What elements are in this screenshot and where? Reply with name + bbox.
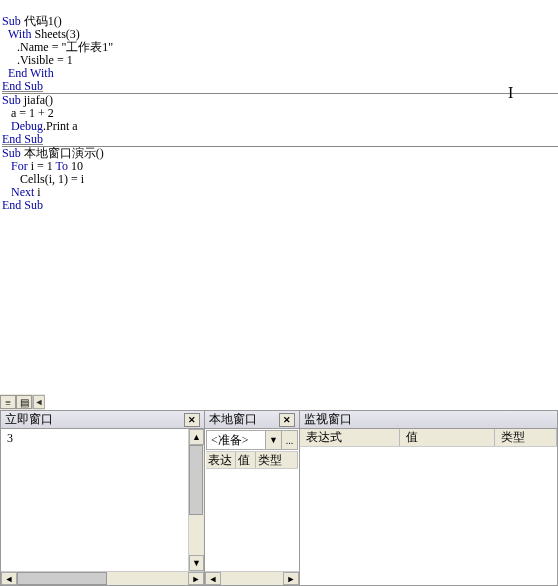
chevron-down-icon[interactable]: ▼ [265,431,281,449]
scroll-up-button[interactable]: ▲ [189,429,204,445]
horizontal-scrollbar[interactable]: ◄ ► [205,571,299,585]
close-button[interactable]: ✕ [279,413,295,427]
scroll-thumb[interactable] [189,445,203,515]
keyword: End Sub [2,132,43,146]
code-text: Sheets(3) [35,27,80,41]
code-nav-bar: ≡ ▤ ◄ [0,394,45,410]
code-text: .Name = "工作表1" [2,40,113,54]
immediate-window-title-bar[interactable]: 立即窗口 ✕ [1,411,204,429]
locals-window-title: 本地窗口 [209,411,257,428]
keyword: With [2,27,35,41]
locals-header-expr[interactable]: 表达 [206,452,236,468]
code-text: i = 1 [31,159,56,173]
locals-header-type[interactable]: 类型 [256,452,298,468]
keyword: Next [2,185,37,199]
code-text: .Visible = 1 [2,53,73,67]
scroll-track[interactable] [221,572,283,585]
scroll-left-button[interactable]: ◄ [1,572,17,585]
scroll-track[interactable] [107,572,188,585]
hscroll-left-button[interactable]: ◄ [33,395,45,409]
code-text: jiafa() [24,93,53,107]
context-combo[interactable]: <准备> ▼ ... [206,430,298,450]
close-icon: ✕ [283,415,291,425]
scroll-thumb[interactable] [17,572,107,585]
keyword: End Sub [2,198,43,212]
watch-window-title-bar[interactable]: 监视窗口 [300,411,557,429]
keyword: Sub [2,146,24,160]
context-value: <准备> [207,432,265,449]
code-text: Cells(i, 1) = i [2,172,84,186]
code-text: i [37,185,40,199]
keyword: Sub [2,14,24,28]
keyword: End Sub [2,79,43,93]
locals-header-value[interactable]: 值 [236,452,256,468]
watch-headers: 表达式 值 类型 [300,429,557,447]
full-module-view-button[interactable]: ≡ [0,395,16,409]
keyword: End With [2,66,54,80]
keyword: Debug [2,119,43,133]
keyword: Sub [2,93,24,107]
watch-header-expr[interactable]: 表达式 [300,429,400,446]
vertical-scrollbar[interactable]: ▲ ▼ [188,429,204,571]
immediate-window[interactable]: 立即窗口 ✕ 3 ▲ ▼ ◄ ► [0,410,205,586]
immediate-window-title: 立即窗口 [5,411,53,428]
watch-window-title: 监视窗口 [304,411,352,428]
scroll-down-button[interactable]: ▼ [189,555,204,571]
watch-header-type[interactable]: 类型 [495,429,557,446]
scroll-left-button[interactable]: ◄ [205,572,221,585]
bottom-panels: 立即窗口 ✕ 3 ▲ ▼ ◄ ► 本地窗口 ✕ <准备> ▼ ... [0,410,558,586]
call-stack-button[interactable]: ... [281,431,297,449]
code-text: 代码1() [24,14,62,28]
watch-window[interactable]: 监视窗口 表达式 值 类型 [300,410,558,586]
locals-window-body: <准备> ▼ ... 表达 值 类型 [205,429,299,585]
close-icon: ✕ [188,415,196,425]
locals-window-title-bar[interactable]: 本地窗口 ✕ [205,411,299,429]
code-text: a = 1 + 2 [2,106,54,120]
code-editor-pane[interactable]: Sub 代码1() With Sheets(3) .Name = "工作表1" … [0,0,558,410]
code-content[interactable]: Sub 代码1() With Sheets(3) .Name = "工作表1" … [0,0,558,225]
immediate-window-body[interactable]: 3 [1,429,204,585]
text-cursor-icon: I [508,84,513,102]
keyword: To [56,159,72,173]
code-text: .Print a [43,119,78,133]
scroll-right-button[interactable]: ► [188,572,204,585]
procedure-view-button[interactable]: ▤ [16,395,32,409]
keyword: For [2,159,31,173]
immediate-output: 3 [7,431,13,445]
code-text: 本地窗口演示() [24,146,104,160]
proc-separator [2,93,558,94]
scroll-right-button[interactable]: ► [283,572,299,585]
locals-headers: 表达 值 类型 [206,451,298,469]
horizontal-scrollbar[interactable]: ◄ ► [1,571,204,585]
close-button[interactable]: ✕ [184,413,200,427]
watch-header-value[interactable]: 值 [400,429,495,446]
watch-window-body[interactable]: 表达式 值 类型 [300,429,557,585]
locals-window[interactable]: 本地窗口 ✕ <准备> ▼ ... 表达 值 类型 ◄ ► [205,410,300,586]
code-text: 10 [71,159,83,173]
